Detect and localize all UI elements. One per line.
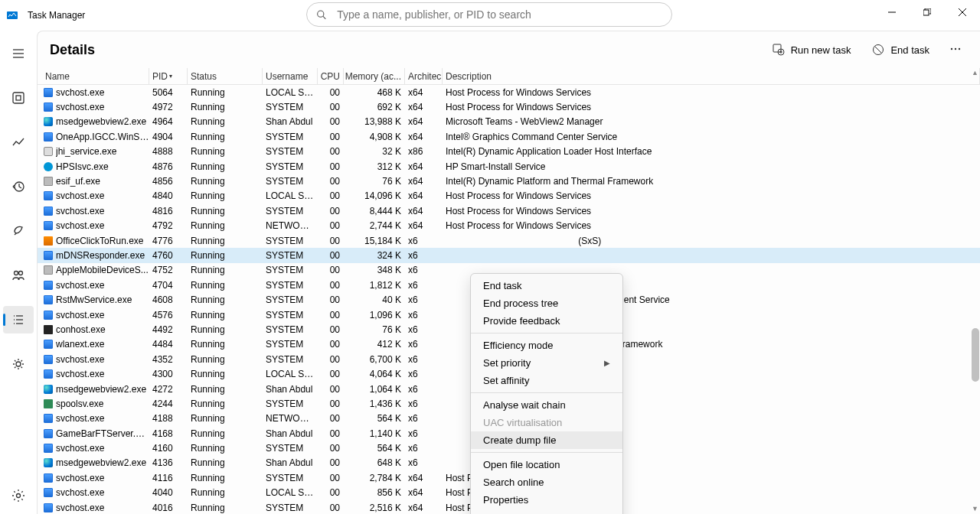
context-menu-label: Provide feedback	[483, 315, 560, 327]
col-description[interactable]: Description	[443, 68, 980, 84]
cell-desc: Host Process for Windows Services	[443, 87, 980, 98]
cell-memory: 15,184 K	[344, 236, 405, 246]
col-cpu[interactable]: CPU	[318, 68, 344, 84]
process-icon	[44, 458, 53, 467]
table-row[interactable]: svchost.exe5064RunningLOCAL SER...00468 …	[38, 85, 980, 99]
table-row[interactable]: svchost.exe4816RunningSYSTEM008,444 Kx64…	[38, 203, 980, 218]
svg-point-21	[16, 362, 21, 366]
table-row[interactable]: esif_uf.exe4856RunningSYSTEM0076 Kx64Int…	[38, 174, 980, 188]
nav-details[interactable]	[3, 306, 34, 333]
context-menu-item[interactable]: Efficiency mode	[471, 337, 622, 354]
process-icon	[44, 236, 53, 246]
cell-arch: x64	[405, 132, 443, 142]
cell-pid: 4964	[149, 116, 188, 127]
cell-status: Running	[188, 161, 263, 172]
cell-pid: 4876	[149, 161, 188, 172]
col-memory[interactable]: Memory (ac...	[344, 68, 405, 84]
context-menu-item[interactable]: Set affinity	[471, 372, 622, 389]
context-menu-item[interactable]: Properties	[471, 491, 622, 509]
cell-cpu: 00	[318, 443, 344, 454]
cell-pid: 4576	[149, 310, 188, 320]
col-username[interactable]: Username	[263, 68, 318, 84]
nav-performance[interactable]	[3, 128, 34, 156]
run-new-task-button[interactable]: Run new task	[765, 39, 859, 60]
cell-user: LOCAL SER...	[263, 487, 318, 498]
col-name[interactable]: Name	[42, 68, 149, 84]
cell-pid: 4492	[149, 324, 188, 335]
table-row[interactable]: svchost.exe4840RunningLOCAL SER...0014,0…	[38, 189, 980, 203]
cell-memory: 1,140 K	[344, 428, 405, 439]
col-architecture[interactable]: Architec...	[405, 68, 443, 84]
context-menu-item[interactable]: Provide feedback	[471, 312, 622, 330]
minimize-button[interactable]	[874, 0, 910, 24]
search-box[interactable]	[306, 2, 672, 27]
table-row[interactable]: HPSIsvc.exe4876RunningSYSTEM00312 Kx64HP…	[38, 159, 980, 174]
cell-arch: x6	[405, 310, 443, 320]
svg-point-1	[318, 11, 324, 17]
search-input[interactable]	[337, 8, 662, 21]
run-task-icon	[773, 44, 785, 56]
cell-desc: Intel(R) Dynamic Platform and Thermal Fr…	[443, 176, 980, 187]
more-button[interactable]	[943, 38, 968, 62]
nav-settings[interactable]	[3, 482, 34, 509]
cell-status: Running	[188, 116, 263, 127]
cell-cpu: 00	[318, 265, 344, 275]
context-menu-item[interactable]: Open file location	[471, 456, 622, 473]
cell-arch: x6	[405, 413, 443, 424]
context-menu-item[interactable]: Search online	[471, 473, 622, 491]
context-menu-item[interactable]: Go to service(s)	[471, 509, 622, 514]
table-row[interactable]: svchost.exe4972RunningSYSTEM00692 Kx64Ho…	[38, 99, 980, 114]
nav-startup[interactable]	[3, 217, 34, 245]
nav-users[interactable]	[3, 262, 34, 289]
context-menu-label: End task	[483, 280, 522, 291]
table-row[interactable]: jhi_service.exe4888RunningSYSTEM0032 Kx8…	[38, 145, 980, 159]
context-menu-item[interactable]: Set priority▶	[471, 354, 622, 372]
close-button[interactable]	[945, 0, 980, 24]
cell-cpu: 00	[318, 294, 344, 305]
cell-desc: Microsoft Teams - WebView2 Manager	[443, 116, 980, 127]
nav-services[interactable]	[3, 350, 34, 378]
cell-user: Shan Abdul	[263, 384, 318, 395]
cell-status: Running	[188, 324, 263, 335]
cell-status: Running	[188, 206, 263, 216]
cell-cpu: 00	[318, 132, 344, 142]
cell-memory: 412 K	[344, 339, 405, 350]
context-menu-item[interactable]: End task	[471, 277, 622, 294]
table-row[interactable]: svchost.exe4792RunningNETWORK ...002,744…	[38, 219, 980, 233]
process-name: esif_uf.exe	[56, 176, 100, 187]
process-name: AppleMobileDeviceS...	[56, 265, 149, 275]
scrollbar-down-icon[interactable]: ▼	[972, 506, 978, 512]
context-menu-item[interactable]: Create dump file	[471, 431, 622, 449]
maximize-button[interactable]	[910, 0, 945, 24]
table-row[interactable]: OfficeClickToRun.exe4776RunningSYSTEM001…	[38, 233, 980, 248]
cell-user: SYSTEM	[263, 399, 318, 409]
context-menu-item[interactable]: End process tree	[471, 294, 622, 312]
cell-arch: x64	[405, 206, 443, 216]
nav-app-history[interactable]	[3, 173, 34, 200]
cell-arch: x6	[405, 339, 443, 350]
cell-arch: x64	[405, 176, 443, 187]
nav-rail	[0, 31, 37, 514]
nav-processes[interactable]	[3, 84, 34, 112]
table-row[interactable]: OneApp.IGCC.WinSer...4904RunningSYSTEM00…	[38, 129, 980, 144]
process-name: svchost.exe	[56, 354, 104, 365]
scrollbar-thumb[interactable]	[972, 328, 979, 382]
cell-status: Running	[188, 176, 263, 187]
process-icon	[44, 88, 53, 97]
process-icon	[44, 162, 53, 171]
nav-hamburger[interactable]	[3, 40, 34, 67]
cell-user: NETWORK ...	[263, 413, 318, 424]
cell-cpu: 00	[318, 399, 344, 409]
details-table: Name PID▾ Status Username CPU Memory (ac…	[38, 68, 980, 514]
process-icon	[44, 132, 53, 142]
cell-memory: 76 K	[344, 176, 405, 187]
col-status[interactable]: Status	[188, 68, 263, 84]
cell-pid: 4888	[149, 146, 188, 157]
scrollbar-up-icon[interactable]: ▲	[972, 70, 978, 76]
table-row[interactable]: mDNSResponder.exe4760RunningSYSTEM00324 …	[38, 248, 980, 262]
context-menu-item[interactable]: Analyse wait chain	[471, 396, 622, 414]
end-task-button[interactable]: End task	[864, 39, 937, 60]
table-row[interactable]: msedgewebview2.exe4964RunningShan Abdul0…	[38, 115, 980, 129]
cell-cpu: 00	[318, 280, 344, 291]
col-pid[interactable]: PID▾	[149, 68, 188, 84]
